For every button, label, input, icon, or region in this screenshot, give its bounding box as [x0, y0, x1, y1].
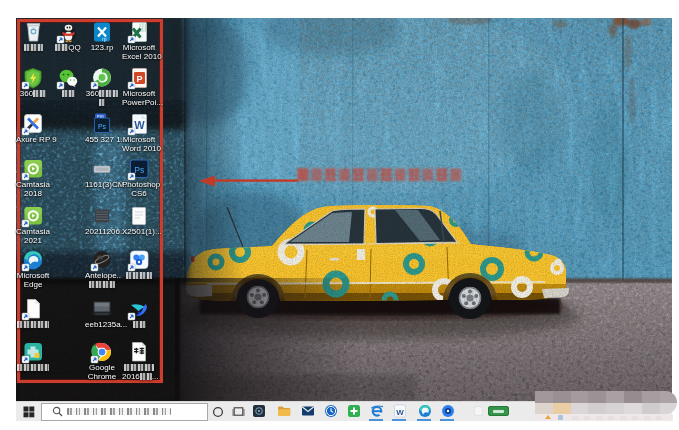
svg-text:Ps: Ps — [98, 123, 107, 130]
svg-text:rp: rp — [102, 36, 107, 42]
svg-text:P: P — [136, 74, 142, 84]
svg-text:Ps: Ps — [134, 165, 144, 175]
svg-text:W: W — [134, 119, 145, 131]
svg-text:W: W — [396, 408, 404, 417]
